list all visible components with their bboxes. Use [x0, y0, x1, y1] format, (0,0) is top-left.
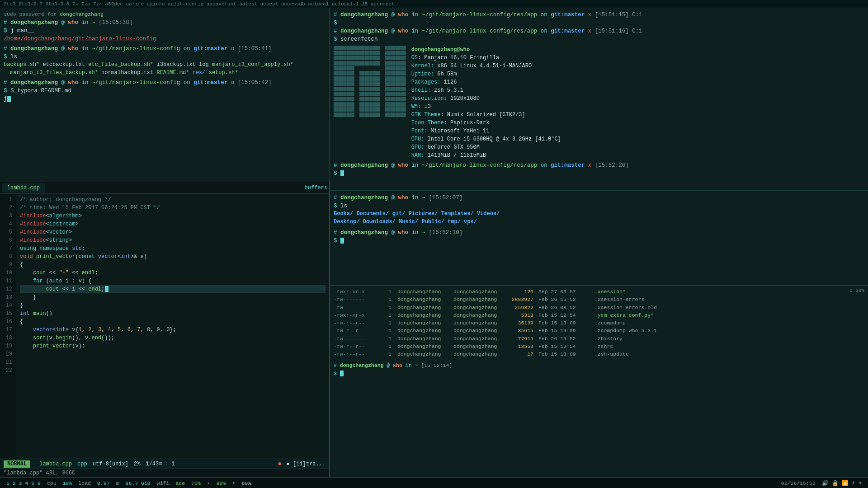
screenfetch-info: dongchangzhang@who OS: Manjaro 16.10 Fri…	[411, 46, 561, 160]
tl-line-1: sudo password for dongchangzhang	[4, 11, 326, 19]
load-label: load	[78, 480, 91, 486]
top-right-terminal[interactable]: # dongchangzhang @ who in ~/git/manjaro-…	[330, 8, 868, 191]
vim-encoding: utf-8[unix]	[93, 461, 128, 467]
mem-val: 86.7 GiB	[126, 480, 151, 486]
bat-val: 90%	[217, 480, 226, 486]
tab-completions: 2to3 2to3-2.7 2to3-3.6 7z 7za 7zr a52dec…	[4, 1, 395, 7]
tl-cursor-line: j	[4, 95, 326, 103]
mem-icon: ▥	[116, 480, 119, 486]
tl-prompt-2: # dongchangzhang @ who in ~/git/manjaro-…	[4, 45, 326, 53]
scroll-indicator: 0 56%	[849, 288, 864, 293]
tl-cmd-2: $ ls	[4, 53, 326, 61]
br-cmd-1: $ ls	[334, 202, 864, 210]
line-numbers: 12345 678910 1112131415 1617181920 2122	[0, 194, 16, 459]
file-row-7: -rw------- 1 dongchangzhang dongchangzha…	[334, 335, 864, 343]
ws-numbers[interactable]: 1 2 3 4 5 8	[6, 480, 41, 486]
top-left-terminal[interactable]: sudo password for dongchangzhang # dongc…	[0, 8, 329, 182]
editor-pane[interactable]: lambda.cpp buffers 12345 678910 11121314…	[0, 182, 330, 477]
editor-tab-lambda[interactable]: lambda.cpp	[2, 183, 46, 192]
vim-filename: lambda.cpp	[39, 461, 72, 467]
vim-percent: 2%	[134, 461, 140, 467]
screen: 2to3 2to3-2.7 2to3-3.6 7z 7za 7zr a52dec…	[0, 0, 868, 488]
file-row-3: -rw------- 1 dongchangzhang dongchangzha…	[334, 304, 864, 311]
vim-mode: NORMAL	[4, 460, 30, 468]
tl-prompt-1: # dongchangzhang @ who in ~ [15:05:38]	[4, 19, 326, 27]
bat-icon: ⚡	[207, 480, 210, 486]
file-row-4: -rwxr-xr-x 1 dongchangzhang dongchangzha…	[334, 311, 864, 319]
tl-out-1: /home/dongchangzhang/git/manjaro-linux-c…	[4, 35, 326, 43]
br-ls-1: Books/ Documents/ git/ Pictures/ Templat…	[334, 210, 864, 218]
tr-dollar-1: $	[334, 19, 864, 27]
bottom-right-lower-terminal[interactable]: 0 56% -rwxr-xr-x 1 dongchangzhang dongch…	[330, 286, 868, 477]
br-prompt-3: # dongchangzhang @ who in ~ [15:52:14]	[334, 361, 864, 369]
file-row-1: -rwxr-xr-x 1 dongchangzhang dongchangzha…	[334, 288, 864, 296]
tr-prompt-2: # dongchangzhang @ who in ~/git/manjaro-…	[334, 27, 864, 35]
br-cursor-2: $	[334, 237, 864, 245]
buffers-label: buffers	[305, 185, 327, 191]
screenfetch-output: ██████████████████ ████████ ████████████…	[334, 46, 864, 160]
tl-prompt-3: # dongchangzhang @ who in ~/git/manjaro-…	[4, 79, 326, 87]
br-prompt-2: # dongchangzhang @ who in ~ [15:52:10]	[334, 229, 864, 237]
tl-cmd-1: $ j man__	[4, 27, 326, 35]
bottom-right-upper-terminal[interactable]: # dongchangzhang @ who in ~ [15:52:07] $…	[330, 191, 868, 286]
tr-prompt-3: # dongchangzhang @ who in ~/git/manjaro-…	[334, 161, 864, 169]
tr-prompt-1: # dongchangzhang @ who in ~/git/manjaro-…	[334, 11, 864, 19]
vim-dot: ●	[278, 460, 282, 468]
file-row-5: -rw-r--r-- 1 dongchangzhang dongchangzha…	[334, 319, 864, 327]
tl-ls-1: backups.sh* etcbackup.txt etc_files_back…	[4, 61, 326, 69]
file-row-9: -rw-r--r-- 1 dongchangzhang dongchangzha…	[334, 350, 864, 358]
datetime: 02/26/15:52	[781, 480, 816, 486]
br-ls-2: Desktop/ Downloads/ Music/ Public/ tmp/ …	[334, 218, 864, 226]
wifi-label: wifi	[157, 480, 170, 486]
vim-lang: cpp	[77, 461, 87, 467]
br-cursor-3: $	[334, 370, 864, 377]
brightness-icon: ☀	[232, 480, 235, 486]
vim-status-bar: NORMAL lambda.cpp cpp utf-8[unix] 2% 1/4…	[0, 459, 329, 469]
tl-cmd-3: $ $_typora README.md	[4, 87, 326, 95]
cpu-val: 18%	[63, 480, 72, 486]
file-row-8: -rw-r--r-- 1 dongchangzhang dongchangzha…	[334, 343, 864, 350]
vim-position: 1/43≡ : 1	[146, 461, 175, 467]
wifi-val: ace	[175, 480, 185, 486]
tray-icons: 🔊 🔒 📶 ⚡ ⬆	[822, 480, 862, 487]
tr-cmd-screenfetch: $ screenfetch	[334, 35, 864, 43]
load-val: 0.97	[97, 480, 110, 486]
cpu-label: cpu	[47, 480, 57, 486]
brightness-val: 60%	[241, 480, 251, 486]
system-statusbar: 1 2 3 4 5 8 cpu 18% load 0.97 ▥ 86.7 GiB…	[0, 477, 868, 488]
code-area: /* author: dongchangzhang */ /* time: We…	[16, 194, 329, 459]
tl-ls-2: manjaro_i3_files_backup.sh* normalbackup…	[4, 69, 326, 77]
vim-branch: ● [11]tra...	[287, 461, 326, 467]
vim-cmdline: "lambda.cpp" 43L, 866C	[0, 469, 329, 477]
br-prompt-1: # dongchangzhang @ who in ~ [15:52:07]	[334, 194, 864, 202]
wifi-pct: 75%	[191, 480, 201, 486]
file-row-6: -rw-r--r-- 1 dongchangzhang dongchangzha…	[334, 327, 864, 334]
file-row-2: -rw------- 1 dongchangzhang dongchangzha…	[334, 296, 864, 303]
tr-cursor-3: $	[334, 169, 864, 178]
